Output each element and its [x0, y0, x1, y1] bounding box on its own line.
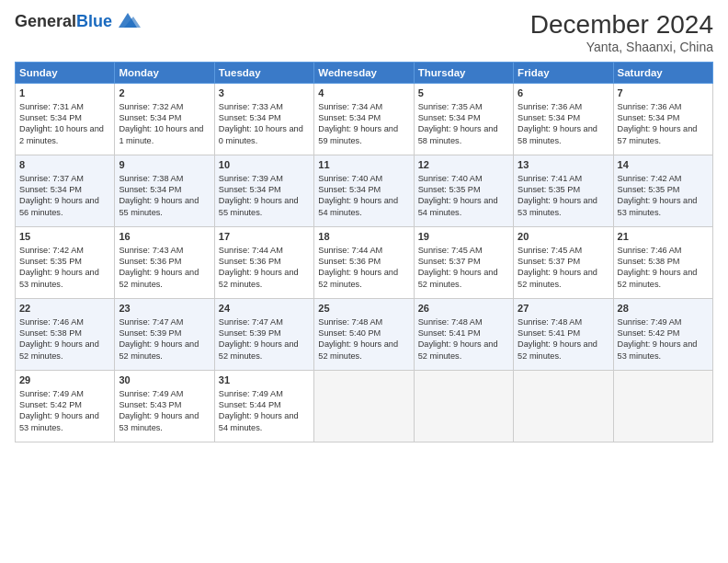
table-row: 29Sunrise: 7:49 AMSunset: 5:42 PMDayligh…: [16, 370, 115, 442]
table-row: [414, 370, 513, 442]
table-row: 20Sunrise: 7:45 AMSunset: 5:37 PMDayligh…: [514, 226, 613, 298]
col-friday: Friday: [514, 62, 613, 83]
table-row: 22Sunrise: 7:46 AMSunset: 5:38 PMDayligh…: [16, 298, 115, 370]
table-row: 31Sunrise: 7:49 AMSunset: 5:44 PMDayligh…: [214, 370, 313, 442]
table-row: 16Sunrise: 7:43 AMSunset: 5:36 PMDayligh…: [115, 226, 214, 298]
table-row: 25Sunrise: 7:48 AMSunset: 5:40 PMDayligh…: [314, 298, 414, 370]
table-row: 24Sunrise: 7:47 AMSunset: 5:39 PMDayligh…: [214, 298, 313, 370]
table-row: 13Sunrise: 7:41 AMSunset: 5:35 PMDayligh…: [514, 155, 613, 226]
table-row: 27Sunrise: 7:48 AMSunset: 5:41 PMDayligh…: [514, 298, 613, 370]
table-row: 26Sunrise: 7:48 AMSunset: 5:41 PMDayligh…: [414, 298, 513, 370]
table-row: 1Sunrise: 7:31 AMSunset: 5:34 PMDaylight…: [16, 83, 115, 155]
table-row: 3Sunrise: 7:33 AMSunset: 5:34 PMDaylight…: [214, 83, 313, 155]
col-monday: Monday: [115, 62, 214, 83]
table-row: 30Sunrise: 7:49 AMSunset: 5:43 PMDayligh…: [115, 370, 214, 442]
table-row: 19Sunrise: 7:45 AMSunset: 5:37 PMDayligh…: [414, 226, 513, 298]
header: GeneralBlue December 2024 Yanta, Shaanxi…: [15, 11, 713, 54]
title-block: December 2024 Yanta, Shaanxi, China: [530, 11, 713, 54]
col-tuesday: Tuesday: [214, 62, 313, 83]
logo-general-text: General: [15, 12, 76, 31]
table-row: 21Sunrise: 7:46 AMSunset: 5:38 PMDayligh…: [613, 226, 712, 298]
calendar-header-row: Sunday Monday Tuesday Wednesday Thursday…: [16, 62, 713, 83]
col-wednesday: Wednesday: [314, 62, 414, 83]
col-sunday: Sunday: [16, 62, 115, 83]
table-row: 14Sunrise: 7:42 AMSunset: 5:35 PMDayligh…: [613, 155, 712, 226]
calendar-title: December 2024: [530, 11, 713, 40]
logo: GeneralBlue: [15, 11, 141, 31]
table-row: 12Sunrise: 7:40 AMSunset: 5:35 PMDayligh…: [414, 155, 513, 226]
calendar-subtitle: Yanta, Shaanxi, China: [530, 40, 713, 54]
table-row: 10Sunrise: 7:39 AMSunset: 5:34 PMDayligh…: [214, 155, 313, 226]
table-row: 28Sunrise: 7:49 AMSunset: 5:42 PMDayligh…: [613, 298, 712, 370]
table-row: 7Sunrise: 7:36 AMSunset: 5:34 PMDaylight…: [613, 83, 712, 155]
page: GeneralBlue December 2024 Yanta, Shaanxi…: [0, 0, 728, 563]
table-row: 6Sunrise: 7:36 AMSunset: 5:34 PMDaylight…: [514, 83, 613, 155]
logo-icon: [115, 11, 141, 31]
table-row: 15Sunrise: 7:42 AMSunset: 5:35 PMDayligh…: [16, 226, 115, 298]
table-row: [514, 370, 613, 442]
table-row: 2Sunrise: 7:32 AMSunset: 5:34 PMDaylight…: [115, 83, 214, 155]
table-row: 5Sunrise: 7:35 AMSunset: 5:34 PMDaylight…: [414, 83, 513, 155]
table-row: 9Sunrise: 7:38 AMSunset: 5:34 PMDaylight…: [115, 155, 214, 226]
table-row: [314, 370, 414, 442]
table-row: 18Sunrise: 7:44 AMSunset: 5:36 PMDayligh…: [314, 226, 414, 298]
col-saturday: Saturday: [613, 62, 712, 83]
table-row: 17Sunrise: 7:44 AMSunset: 5:36 PMDayligh…: [214, 226, 313, 298]
col-thursday: Thursday: [414, 62, 513, 83]
logo-blue-text: Blue: [76, 12, 112, 31]
table-row: 4Sunrise: 7:34 AMSunset: 5:34 PMDaylight…: [314, 83, 414, 155]
table-row: 23Sunrise: 7:47 AMSunset: 5:39 PMDayligh…: [115, 298, 214, 370]
calendar-table: Sunday Monday Tuesday Wednesday Thursday…: [15, 62, 713, 442]
table-row: [613, 370, 712, 442]
table-row: 8Sunrise: 7:37 AMSunset: 5:34 PMDaylight…: [16, 155, 115, 226]
table-row: 11Sunrise: 7:40 AMSunset: 5:34 PMDayligh…: [314, 155, 414, 226]
